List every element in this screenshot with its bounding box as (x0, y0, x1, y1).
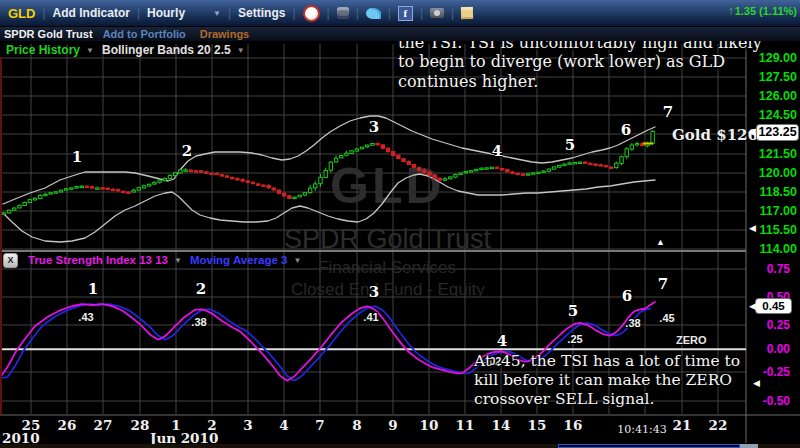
price-pane-header: Price History ▼ Bollinger Bands 20 2.5 ▼ (6, 43, 253, 57)
price-badge-arrow-icon: ◀ (748, 127, 756, 136)
facebook-icon[interactable]: f (398, 6, 413, 21)
notes-icon[interactable] (461, 7, 473, 19)
date-axis-label: 8 (352, 417, 361, 433)
date-axis-label: 7 (315, 417, 324, 433)
tsi-pane-header: X True Strength Index 13 13 ▼ Moving Ave… (3, 253, 309, 267)
tsi-wave-number: 4 (497, 332, 507, 350)
price-history-dropdown[interactable]: Price History (6, 43, 80, 57)
tsi-value-label: .38 (191, 316, 206, 328)
toolbar-separator: | (42, 6, 45, 20)
toolbar-separator: | (388, 6, 391, 20)
tsi-value-label: .25 (567, 333, 582, 345)
toolbar-separator: | (228, 6, 231, 20)
last-price-badge: 123.25 (757, 125, 798, 140)
snapshot-icon[interactable] (430, 8, 444, 18)
tsi-indicator-dropdown[interactable]: True Strength Index 13 13 (28, 254, 168, 266)
price-wave-number: 3 (369, 118, 379, 136)
toolbar-separator: | (292, 6, 295, 20)
tsi-axis-label: 0.25 (748, 318, 790, 332)
price-axis-label: 115.50 (750, 223, 797, 237)
charting-app-window: GLD | Add Indicator | Hourly ▼ | Setting… (0, 0, 800, 448)
chevron-down-icon[interactable]: ▼ (86, 46, 94, 55)
tsi-value-label: .38 (625, 317, 640, 329)
price-wave-number: 6 (621, 121, 631, 139)
annotation-text-line: continues higher. (398, 72, 538, 91)
price-change-readout: ↑1.35 (1.11%) (728, 4, 797, 18)
date-axis-label: 27 (94, 417, 113, 433)
tsi-axis-label: 0.75 (748, 262, 790, 276)
date-axis-label: 21 (673, 417, 692, 433)
up-arrow-icon: ↑ (728, 4, 734, 18)
annotation-text-line: At .45, the TSI has a lot of time to (474, 352, 740, 370)
tsi-badge-arrow-icon: ◀ (749, 302, 756, 311)
tsi-value-label: .45 (659, 312, 674, 324)
chevron-down-icon[interactable]: ▼ (213, 9, 221, 18)
twitter-icon[interactable] (366, 8, 381, 19)
date-axis-label: 16 (564, 417, 583, 433)
left-edge-marker (0, 57, 2, 415)
price-wave-number: 4 (492, 142, 502, 160)
tsi-wave-number: 6 (622, 287, 632, 305)
price-axis-label: 121.50 (750, 147, 797, 161)
tsi-wave-number: 2 (196, 280, 206, 298)
main-toolbar: GLD | Add Indicator | Hourly ▼ | Setting… (0, 0, 800, 27)
prev-close-arrow-icon: ◀ (749, 224, 756, 233)
toolbar-separator: | (451, 6, 454, 20)
toolbar-separator: | (356, 6, 359, 20)
price-axis-label: 129.00 (750, 51, 797, 65)
chevron-down-icon[interactable]: ▼ (293, 256, 301, 265)
pane-resize-arrow-icon[interactable]: ▲ (656, 238, 665, 247)
price-axis-label: 127.50 (750, 70, 797, 84)
date-axis-label: 4 (279, 417, 288, 433)
toolbar-separator: | (327, 6, 330, 20)
date-axis-label: 22 (709, 417, 728, 433)
drawings-menu[interactable]: Drawings (200, 28, 250, 40)
price-axis-label: 120.00 (750, 166, 797, 180)
annotation-text-line: kill before it can make the ZERO (474, 371, 732, 389)
chevron-down-icon[interactable]: ▼ (237, 46, 245, 55)
company-name: SPDR Gold Trust (4, 28, 93, 40)
tsi-axis-label: -0.50 (748, 394, 790, 408)
date-axis-label: 11 (456, 417, 475, 433)
date-axis-label: 26 (58, 417, 77, 433)
price-axis-label: 126.00 (750, 89, 797, 103)
tsi-value-label: .43 (78, 311, 93, 323)
price-axis-label: 117.00 (750, 204, 797, 218)
price-wave-number: 5 (565, 136, 575, 154)
toolbar-separator: | (420, 6, 423, 20)
date-axis-label: 9 (388, 417, 397, 433)
price-wave-number: 7 (663, 103, 673, 121)
tsi-axis-label: -0.25 (748, 365, 790, 379)
last-bar-timestamp: 10:41:43 (617, 423, 666, 436)
add-to-portfolio-link[interactable]: Add to Portfolio (103, 28, 186, 40)
date-axis-label: 28 (131, 417, 150, 433)
alerts-icon[interactable] (303, 5, 320, 22)
scrollbar-handle[interactable] (740, 444, 758, 448)
annotation-text-line: crossover SELL signal. (474, 390, 654, 408)
timeframe-dropdown[interactable]: Hourly (147, 6, 185, 20)
tsi-wave-number: 3 (369, 283, 379, 301)
close-indicator-button[interactable]: X (3, 253, 18, 268)
scrollbar-thumb[interactable] (558, 444, 740, 448)
date-axis-label: 3 (243, 417, 252, 433)
price-wave-number: 1 (72, 148, 82, 166)
moving-average-dropdown[interactable]: Moving Average 3 (190, 254, 288, 266)
price-wave-number: 2 (182, 142, 192, 160)
add-indicator-button[interactable]: Add Indicator (53, 6, 130, 20)
tsi-wave-number: 7 (658, 275, 668, 293)
date-axis-label: 2 (207, 417, 216, 433)
bollinger-bands-dropdown[interactable]: Bollinger Bands 20 2.5 (102, 43, 231, 57)
tsi-value-label: .41 (363, 311, 378, 323)
symbol-box[interactable]: GLD (8, 6, 35, 21)
horizontal-scrollbar[interactable] (0, 444, 800, 448)
tsi-wave-number: 5 (568, 302, 578, 320)
settings-button[interactable]: Settings (238, 6, 285, 20)
date-axis-label: 10 (420, 417, 439, 433)
zero-line-label: ZERO (676, 334, 707, 346)
date-axis-label: 14 (492, 417, 511, 433)
chevron-down-icon[interactable]: ▼ (174, 256, 182, 265)
tsi-wave-number: 1 (88, 280, 98, 298)
annotation-text-line: to begin to diverge (work lower) as GLD (398, 52, 725, 71)
portfolio-icon[interactable] (337, 7, 349, 19)
date-axis-label: 15 (528, 417, 547, 433)
